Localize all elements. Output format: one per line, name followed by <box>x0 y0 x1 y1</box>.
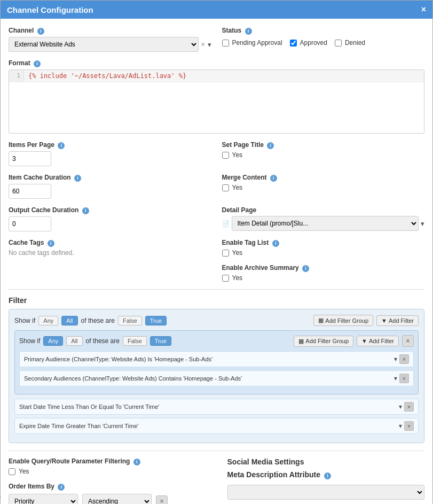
enable-query-filter-info-icon[interactable]: i <box>133 459 140 466</box>
outer-false-button[interactable]: False <box>118 316 142 325</box>
item-cache-info-icon[interactable]: i <box>74 175 81 182</box>
inner-any-button[interactable]: Any <box>43 336 63 346</box>
detail-page-select-wrapper: 📄 Item Detail (promo/[Slu... ▾ <box>222 216 425 231</box>
enable-tag-list-info-icon[interactable]: i <box>272 240 279 247</box>
inner-filter-text-0: Primary Audience (ChannelType: Website A… <box>24 356 392 362</box>
item-cache-input[interactable] <box>9 184 51 199</box>
inner-add-filter-group-button[interactable]: ▦ Add Filter Group <box>294 336 353 347</box>
enable-archive-summary-yes-label: Yes <box>232 274 243 282</box>
inner-filter-close-1[interactable]: × <box>399 374 409 383</box>
channel-configuration-modal: Channel Configuration × Channel i Extern… <box>0 0 433 504</box>
format-editor[interactable]: 1 {% include '~/Assets/Lava/AdList.lava'… <box>9 69 424 134</box>
denied-row: Denied <box>335 39 365 46</box>
enable-query-filter-checkbox[interactable] <box>9 468 15 475</box>
inner-filter-toolbar-right: ▦ Add Filter Group ▼ Add Filter × <box>294 335 414 347</box>
meta-description-label: Meta Description Attribute i <box>227 470 425 479</box>
merge-content-label: Merge Content i <box>222 174 425 182</box>
merge-content-yes-row: Yes <box>222 184 425 191</box>
items-per-page-label: Items Per Page i <box>9 141 211 149</box>
merge-content-yes-label: Yes <box>232 184 243 191</box>
approved-checkbox[interactable] <box>290 40 297 46</box>
enable-archive-summary-yes-row: Yes <box>222 274 425 282</box>
inner-false-button[interactable]: False <box>123 336 147 346</box>
set-page-title-yes-label: Yes <box>232 151 243 159</box>
channel-select[interactable]: External Website Ads <box>9 37 199 52</box>
set-page-title-label: Set Page Title i <box>222 141 425 149</box>
filter-section-title: Filter <box>9 296 424 305</box>
order-by-select[interactable]: PriorityTitleDateRandom <box>9 494 78 504</box>
enable-tag-list-checkbox[interactable] <box>222 250 229 257</box>
bottom-divider <box>9 451 424 451</box>
modal-close-button[interactable]: × <box>421 5 426 14</box>
inner-add-filter-button[interactable]: ▼ Add Filter <box>357 336 399 346</box>
items-per-page-col: Items Per Page i <box>9 141 211 166</box>
outer-filter-text-0: Start Date Time Less Than Or Equal To 'C… <box>19 404 397 410</box>
enable-archive-summary-info-icon[interactable]: i <box>302 265 309 272</box>
filter-section: Filter Show if Any All of these are Fals… <box>9 296 424 443</box>
format-info-icon[interactable]: i <box>34 60 41 67</box>
enable-tag-list-yes-label: Yes <box>232 249 243 257</box>
inner-filter-toolbar: Show if Any All of these are False True … <box>19 335 414 347</box>
order-direction-select[interactable]: AscendingDescending <box>82 494 152 504</box>
order-items-by-info-icon[interactable]: i <box>58 484 65 491</box>
outer-add-filter-group-button[interactable]: ▦ Add Filter Group <box>313 315 373 326</box>
set-page-title-yes-row: Yes <box>222 151 425 159</box>
pending-approval-checkbox[interactable] <box>222 40 229 46</box>
meta-description-info-icon[interactable]: i <box>324 472 331 479</box>
inner-remove-group-button[interactable]: × <box>402 335 414 347</box>
set-page-title-col: Set Page Title i Yes <box>222 141 425 166</box>
enable-tag-list-yes-row: Yes <box>222 249 425 257</box>
merge-content-checkbox[interactable] <box>222 184 229 191</box>
item-cache-col: Item Cache Duration i <box>9 174 211 199</box>
set-page-title-info-icon[interactable]: i <box>267 142 274 149</box>
detail-page-label: Detail Page <box>222 206 425 214</box>
channel-info-icon[interactable]: i <box>37 28 44 35</box>
detail-page-dropdown-button[interactable]: ▾ <box>421 220 424 228</box>
set-page-title-checkbox[interactable] <box>222 152 229 159</box>
cache-tags-col: Cache Tags i No cache tags defined. <box>9 239 211 257</box>
outer-true-button[interactable]: True <box>145 316 167 325</box>
line-number: 1 <box>9 70 24 82</box>
modal-header: Channel Configuration × <box>1 1 432 19</box>
channel-status-row: Channel i External Website Ads × ▾ Statu… <box>9 27 424 52</box>
filter-divider <box>9 289 424 290</box>
inner-true-button[interactable]: True <box>150 336 171 346</box>
channel-dropdown-button[interactable]: ▾ <box>208 41 211 49</box>
outer-filter-chevron-0[interactable]: ▾ <box>399 403 402 410</box>
order-clear-button[interactable]: × <box>156 495 168 504</box>
status-label: Status i <box>222 27 425 35</box>
output-cache-input[interactable] <box>9 216 51 231</box>
detail-page-select[interactable]: Item Detail (promo/[Slu... <box>232 216 419 231</box>
outer-filter-close-1[interactable]: × <box>404 421 414 431</box>
enable-query-filter-yes-row: Yes <box>9 468 206 475</box>
outer-filter-chevron-1[interactable]: ▾ <box>399 422 402 430</box>
items-per-page-info-icon[interactable]: i <box>58 142 65 149</box>
enable-archive-summary-checkbox[interactable] <box>222 275 229 282</box>
cache-tags-info-icon[interactable]: i <box>48 240 54 247</box>
meta-description-select[interactable] <box>227 485 425 500</box>
output-cache-col: Output Cache Duration i <box>9 206 211 231</box>
outer-all-button[interactable]: All <box>61 316 77 325</box>
items-page-title-row: Items Per Page i Set Page Title i Yes <box>9 141 424 166</box>
denied-checkbox[interactable] <box>335 40 342 46</box>
inner-filter-close-0[interactable]: × <box>399 354 409 364</box>
channel-clear-button[interactable]: × <box>201 40 205 49</box>
enable-archive-summary-col: Enable Archive Summary i Yes <box>222 264 425 282</box>
file-icon: 📄 <box>222 220 230 227</box>
outer-filter-close-0[interactable]: × <box>404 402 414 412</box>
channel-label: Channel i <box>9 27 211 35</box>
pending-approval-row: Pending Approval <box>222 39 282 46</box>
inner-all-button[interactable]: All <box>66 336 82 346</box>
status-info-icon[interactable]: i <box>245 28 252 35</box>
cache-tags-enable-tag-row: Cache Tags i No cache tags defined. Enab… <box>9 239 424 257</box>
output-cache-info-icon[interactable]: i <box>82 207 89 214</box>
items-per-page-input[interactable] <box>9 151 51 166</box>
outer-add-filter-button[interactable]: ▼ Add Filter <box>376 315 419 326</box>
enable-tag-list-label: Enable Tag List i <box>222 239 425 247</box>
inner-filter-chevron-1[interactable]: ▾ <box>394 375 397 382</box>
inner-filter-chevron-0[interactable]: ▾ <box>394 355 397 363</box>
add-filter-group-icon: ▦ <box>318 317 324 324</box>
merge-content-info-icon[interactable]: i <box>270 175 277 182</box>
modal-title: Channel Configuration <box>7 5 93 14</box>
outer-any-button[interactable]: Any <box>38 316 58 325</box>
